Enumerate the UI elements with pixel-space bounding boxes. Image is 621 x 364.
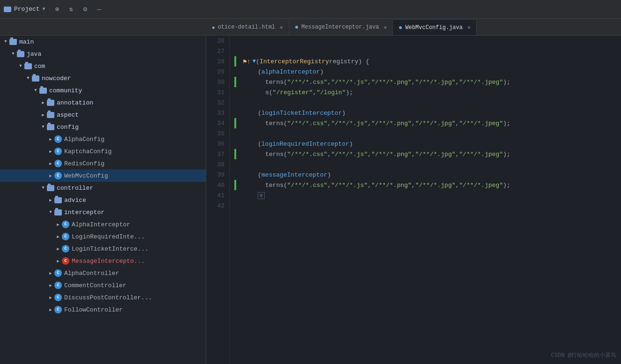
sidebar-item-webmvcconfig[interactable]: ▶ C WebMvcConfig bbox=[0, 170, 206, 182]
tree-label-com: com bbox=[34, 63, 45, 70]
gutter-26 bbox=[230, 36, 239, 46]
dropdown-arrow[interactable]: ▼ bbox=[43, 7, 45, 12]
tree-label-annotation: annotation bbox=[57, 99, 93, 106]
sidebar-item-nowcoder[interactable]: ▼ nowcoder bbox=[0, 72, 206, 84]
sidebar-item-kaptchaconfig[interactable]: ▶ C KaptchaConfig bbox=[0, 145, 206, 157]
sidebar-item-community[interactable]: ▼ community bbox=[0, 84, 206, 97]
code-line-26 bbox=[243, 36, 621, 46]
tree-label-community: community bbox=[49, 87, 82, 94]
class-icon: C bbox=[54, 294, 62, 301]
sidebar-item-alphacontroller[interactable]: ▶ C AlphaController bbox=[0, 267, 206, 279]
tree-label-main: main bbox=[19, 38, 34, 45]
tabs-bar: ◆ otice-detail.html ✕ ● MessageIntercept… bbox=[0, 19, 621, 36]
line-num-40: 40 bbox=[206, 180, 229, 190]
sidebar-item-interceptor[interactable]: ▼ interceptor bbox=[0, 206, 206, 218]
hierarchy-icon[interactable]: ⇅ bbox=[67, 5, 75, 14]
gutter-30 bbox=[230, 77, 239, 87]
scope-icon[interactable]: ⊕ bbox=[53, 5, 61, 14]
tree-label-webmvcconfig: WebMvcConfig bbox=[64, 172, 108, 179]
line-num-36: 36 bbox=[206, 139, 229, 149]
tree-label-aspect: aspect bbox=[57, 111, 79, 119]
tree-arrow: ▶ bbox=[47, 172, 54, 179]
sidebar-item-annotation[interactable]: ▶ annotation bbox=[0, 97, 206, 109]
tree-label-alphainterceptor: AlphaInterceptor bbox=[72, 221, 130, 228]
code-line-29: (alphaInterceptor) bbox=[243, 67, 621, 77]
tree-label-messageintercepto: MessageIntercepto... bbox=[72, 258, 145, 265]
debug-green-bar-37 bbox=[234, 149, 236, 159]
main-content: ▼ main ▼ java ▼ com ▼ nowcoder ▼ communi… bbox=[0, 36, 621, 364]
sidebar-item-alphaconfig[interactable]: ▶ C AlphaConfig bbox=[0, 133, 206, 145]
tree-label-loginticketinterce: LoginTicketInterce... bbox=[72, 245, 149, 253]
tab-close-button[interactable]: ✕ bbox=[280, 24, 283, 30]
code-line-35 bbox=[243, 128, 621, 139]
tab-notice-detail[interactable]: ◆ otice-detail.html ✕ bbox=[206, 19, 289, 35]
fold-marker: ▼ bbox=[253, 58, 256, 65]
sidebar-item-followcontroller[interactable]: ▶ C FollowController bbox=[0, 304, 206, 316]
tree-arrow: ▶ bbox=[54, 245, 62, 253]
sidebar-item-alphainterceptor[interactable]: ▶ C AlphaInterceptor bbox=[0, 218, 206, 230]
gutter-29 bbox=[230, 67, 239, 77]
folder-icon bbox=[47, 100, 54, 106]
tree-label-followcontroller: FollowController bbox=[64, 306, 123, 313]
sidebar-item-controller[interactable]: ▼ controller bbox=[0, 182, 206, 194]
tab-webmvcconfig[interactable]: ● WebMvcConfig.java ✕ bbox=[393, 19, 476, 35]
code-line-36: (loginRequiredInterceptor) bbox=[243, 139, 621, 149]
tree-label-kaptchaconfig: KaptchaConfig bbox=[64, 148, 112, 155]
code-text-area[interactable]: ⚑↑ ▼ (InterceptorRegistry registry) { (a… bbox=[239, 36, 621, 364]
tree-arrow: ▼ bbox=[39, 184, 47, 192]
gutter-34 bbox=[230, 118, 239, 128]
sidebar-item-commentcontroller[interactable]: ▶ C CommentController bbox=[0, 279, 206, 291]
folder-icon bbox=[47, 124, 54, 130]
sidebar-item-loginrequiredinte[interactable]: ▶ C LoginRequiredInte... bbox=[0, 230, 206, 243]
sidebar-item-config[interactable]: ▼ config bbox=[0, 121, 206, 133]
line-num-33: 33 bbox=[206, 108, 229, 118]
tab-close-button[interactable]: ✕ bbox=[384, 24, 387, 30]
class-icon: C bbox=[62, 233, 69, 240]
sidebar-item-java[interactable]: ▼ java bbox=[0, 48, 206, 60]
fold-icon[interactable]: ▽ bbox=[258, 192, 265, 199]
class-icon: C bbox=[54, 269, 62, 277]
gutter-28 bbox=[230, 56, 239, 67]
sidebar-item-redisconfig[interactable]: ▶ C RedisConfig bbox=[0, 157, 206, 170]
gutter-33 bbox=[230, 108, 239, 118]
code-editor: 26 27 28 29 30 31 32 33 34 35 36 37 38 3… bbox=[206, 36, 621, 364]
tab-message-interceptor[interactable]: ● MessageInterceptor.java ✕ bbox=[289, 19, 393, 35]
settings-icon[interactable]: ⚙ bbox=[81, 5, 90, 14]
line-num-35: 35 bbox=[206, 128, 229, 139]
gutter-35 bbox=[230, 128, 239, 139]
sidebar-item-com[interactable]: ▼ com bbox=[0, 60, 206, 72]
debug-green-bar-30 bbox=[234, 77, 236, 87]
tree-arrow: ▶ bbox=[47, 269, 54, 277]
tree-label-advice: advice bbox=[64, 197, 86, 204]
minimize-icon[interactable]: — bbox=[95, 5, 104, 14]
code-line-41: ▽ bbox=[243, 190, 621, 201]
sidebar-item-discusspostcontroller[interactable]: ▶ C DiscussPostController... bbox=[0, 291, 206, 304]
class-icon: C bbox=[54, 135, 62, 143]
line-num-26: 26 bbox=[206, 36, 229, 46]
tree-arrow: ▶ bbox=[39, 99, 47, 106]
tree-arrow: ▶ bbox=[39, 111, 47, 119]
folder-icon bbox=[47, 112, 54, 118]
tab-label: MessageInterceptor.java bbox=[301, 24, 379, 30]
sidebar-item-main[interactable]: ▼ main bbox=[0, 36, 206, 48]
gutter-38 bbox=[230, 159, 239, 170]
sidebar-item-advice[interactable]: ▶ advice bbox=[0, 194, 206, 206]
code-content: 26 27 28 29 30 31 32 33 34 35 36 37 38 3… bbox=[206, 36, 621, 364]
tree-label-interceptor: interceptor bbox=[64, 209, 105, 216]
tree-arrow: ▶ bbox=[47, 160, 54, 167]
tree-arrow: ▶ bbox=[47, 282, 54, 289]
tab-class-icon: ● bbox=[398, 24, 402, 31]
tab-label: WebMvcConfig.java bbox=[405, 24, 463, 31]
debug-green-bar-34 bbox=[234, 118, 236, 128]
tree-arrow: ▶ bbox=[54, 233, 62, 240]
folder-icon bbox=[54, 209, 62, 215]
code-line-39: (messageInterceptor) bbox=[243, 170, 621, 180]
sidebar-item-loginticketinterce[interactable]: ▶ C LoginTicketInterce... bbox=[0, 243, 206, 255]
gutter-32 bbox=[230, 97, 239, 108]
code-line-33: (loginTicketInterceptor) bbox=[243, 108, 621, 118]
tab-close-button[interactable]: ✕ bbox=[467, 24, 471, 30]
code-gutter bbox=[230, 36, 239, 364]
sidebar-item-messageintercepto[interactable]: ▶ C MessageIntercepto... bbox=[0, 255, 206, 267]
sidebar-item-aspect[interactable]: ▶ aspect bbox=[0, 109, 206, 121]
project-panel-header[interactable]: Project ▼ bbox=[4, 6, 45, 13]
